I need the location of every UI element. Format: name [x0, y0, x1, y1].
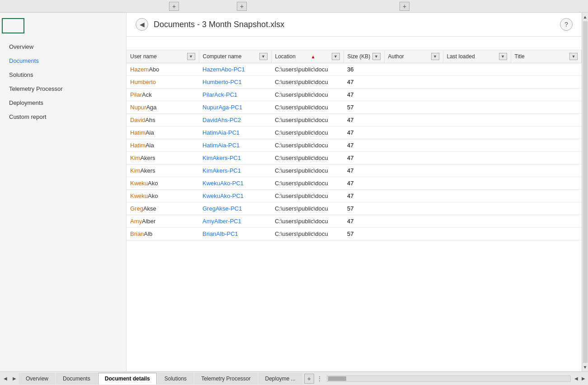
- back-button[interactable]: ◀: [136, 18, 148, 31]
- bottom-tab-telemetry[interactable]: Telemetry Processor: [194, 373, 257, 385]
- cell-location: C:\users\public\docu: [271, 190, 343, 202]
- vertical-scrollbar[interactable]: ▲ ▼: [582, 13, 588, 371]
- bottom-tab-documents[interactable]: Documents: [56, 373, 97, 385]
- cell-computer: GregAkse-PC1: [199, 202, 271, 215]
- cell-username: PilarAck: [127, 89, 199, 101]
- cell-title: [511, 139, 582, 152]
- col-header-size: Size (KB) ▼: [343, 50, 384, 63]
- bottom-tab-solutions[interactable]: Solutions: [158, 373, 193, 385]
- cell-username: KwekuAko: [127, 190, 199, 202]
- col-header-computer: Computer name ▼: [199, 50, 271, 63]
- sidebar-item-solutions[interactable]: Solutions: [0, 68, 126, 82]
- cell-username: KimAkers: [127, 152, 199, 164]
- cell-size: 47: [343, 152, 384, 164]
- top-tab-add-2[interactable]: +: [237, 2, 247, 11]
- more-tabs-button[interactable]: ⋮: [314, 376, 325, 382]
- cell-computer: NupurAga-PC1: [199, 101, 271, 114]
- scroll-left[interactable]: ◀: [573, 375, 580, 382]
- bottom-tab-overview[interactable]: Overview: [19, 373, 55, 385]
- data-table: User name ▼ Computer name ▼: [127, 50, 582, 240]
- bottom-tab-deployments[interactable]: Deployme ...: [259, 373, 302, 385]
- cell-title: [511, 127, 582, 139]
- filter-computer[interactable]: ▼: [259, 53, 268, 60]
- cell-author: [384, 114, 443, 127]
- cell-computer: HatimAia-PC1: [199, 139, 271, 152]
- sidebar-item-overview[interactable]: Overview: [0, 40, 126, 54]
- cell-author: [384, 215, 443, 228]
- table-row[interactable]: DavidAhsDavidAhs-PC2C:\users\public\docu…: [127, 114, 582, 127]
- col-header-username: User name ▼: [127, 50, 199, 63]
- cell-computer: KimAkers-PC1: [199, 164, 271, 177]
- sort-indicator-location: ▲: [311, 54, 315, 59]
- table-row[interactable]: HatimAiaHatimAia-PC1C:\users\public\docu…: [127, 139, 582, 152]
- cell-title: [511, 101, 582, 114]
- cell-computer: HatimAia-PC1: [199, 127, 271, 139]
- cell-title: [511, 76, 582, 89]
- bottom-tab-document-details[interactable]: Document details: [98, 373, 157, 385]
- selected-cell: [2, 18, 24, 33]
- cell-location: C:\users\public\docu: [271, 114, 343, 127]
- cell-lastloaded: [443, 139, 511, 152]
- help-icon: ?: [564, 21, 568, 28]
- cell-title: [511, 215, 582, 228]
- filter-author[interactable]: ▼: [431, 53, 439, 60]
- sidebar-item-custom-report[interactable]: Custom report: [0, 110, 126, 124]
- cell-computer: Humberto-PC1: [199, 76, 271, 89]
- col-header-location: Location ▲ ▼: [271, 50, 343, 63]
- table-row[interactable]: KwekuAkoKwekuAko-PC1C:\users\public\docu…: [127, 190, 582, 202]
- col-header-author: Author ▼: [384, 50, 443, 63]
- cell-computer: HazemAbo-PC1: [199, 63, 271, 76]
- bottom-tab-bar: ◀ ▶ Overview Documents Document details …: [0, 371, 588, 385]
- tab-prev-button[interactable]: ◀: [1, 373, 10, 384]
- table-row[interactable]: HazemAboHazemAbo-PC1C:\users\public\docu…: [127, 63, 582, 76]
- cell-author: [384, 89, 443, 101]
- table-row[interactable]: KimAkersKimAkers-PC1C:\users\public\docu…: [127, 164, 582, 177]
- tab-next-button[interactable]: ▶: [10, 373, 19, 384]
- content-area: ◀ Documents - 3 Month Snapshot.xlsx ? Us…: [127, 13, 582, 371]
- filter-lastloaded[interactable]: ▼: [499, 53, 507, 60]
- table-row[interactable]: NupurAgaNupurAga-PC1C:\users\public\docu…: [127, 101, 582, 114]
- filter-username[interactable]: ▼: [187, 53, 195, 60]
- filter-location[interactable]: ▼: [332, 53, 340, 60]
- scroll-track[interactable]: [583, 21, 588, 363]
- cell-size: 47: [343, 89, 384, 101]
- filter-size[interactable]: ▼: [372, 53, 381, 60]
- cell-size: 47: [343, 177, 384, 190]
- top-tab-add-1[interactable]: +: [169, 2, 179, 11]
- table-row[interactable]: HumbertoHumberto-PC1C:\users\public\docu…: [127, 76, 582, 89]
- cell-location: C:\users\public\docu: [271, 89, 343, 101]
- cell-lastloaded: [443, 228, 511, 240]
- cell-location: C:\users\public\docu: [271, 228, 343, 240]
- add-tab-button[interactable]: +: [304, 374, 314, 384]
- horizontal-scrollbar[interactable]: [327, 376, 571, 382]
- table-row[interactable]: KwekuAkoKwekuAko-PC1C:\users\public\docu…: [127, 177, 582, 190]
- scroll-down[interactable]: ▼: [582, 364, 588, 371]
- help-button[interactable]: ?: [560, 18, 573, 31]
- table-header-row: User name ▼ Computer name ▼: [127, 50, 582, 63]
- table-row[interactable]: HatimAiaHatimAia-PC1C:\users\public\docu…: [127, 127, 582, 139]
- data-table-container[interactable]: User name ▼ Computer name ▼: [127, 50, 582, 371]
- sidebar-item-telemetry[interactable]: Telemetry Processor: [0, 82, 126, 96]
- sidebar: Overview Documents Solutions Telemetry P…: [0, 13, 127, 371]
- sidebar-item-deployments[interactable]: Deployments: [0, 96, 126, 110]
- cell-title: [511, 202, 582, 215]
- table-row[interactable]: BrianAlbBrianAlb-PC1C:\users\public\docu…: [127, 228, 582, 240]
- cell-lastloaded: [443, 89, 511, 101]
- cell-author: [384, 202, 443, 215]
- cell-size: 47: [343, 190, 384, 202]
- table-row[interactable]: GregAkseGregAkse-PC1C:\users\public\docu…: [127, 202, 582, 215]
- filter-title[interactable]: ▼: [569, 53, 578, 60]
- scroll-up[interactable]: ▲: [582, 14, 588, 20]
- cell-lastloaded: [443, 177, 511, 190]
- table-row[interactable]: AmyAlberAmyAlber-PC1C:\users\public\docu…: [127, 215, 582, 228]
- top-tab-add-3[interactable]: +: [400, 2, 409, 11]
- table-row[interactable]: KimAkersKimAkers-PC1C:\users\public\docu…: [127, 152, 582, 164]
- scroll-right[interactable]: ▶: [580, 375, 587, 382]
- sidebar-item-documents[interactable]: Documents: [0, 54, 126, 68]
- cell-computer: PilarAck-PC1: [199, 89, 271, 101]
- cell-location: C:\users\public\docu: [271, 202, 343, 215]
- cell-lastloaded: [443, 101, 511, 114]
- table-row[interactable]: PilarAckPilarAck-PC1C:\users\public\docu…: [127, 89, 582, 101]
- cell-username: KimAkers: [127, 164, 199, 177]
- cell-size: 57: [343, 202, 384, 215]
